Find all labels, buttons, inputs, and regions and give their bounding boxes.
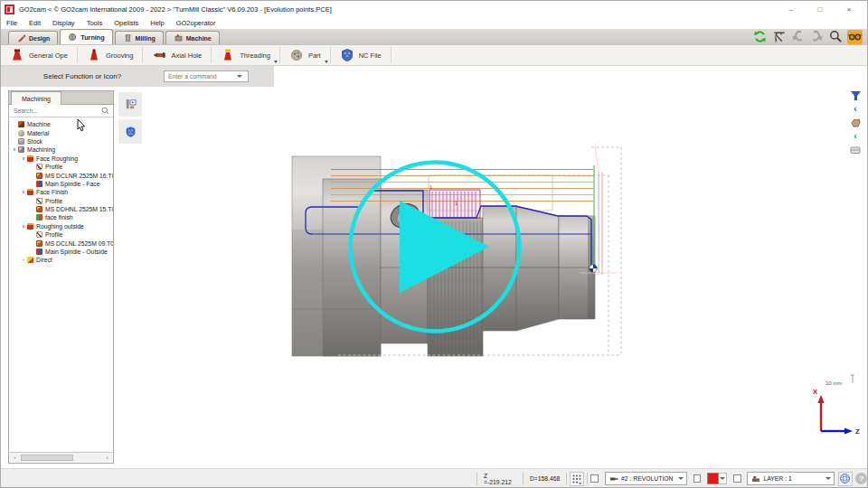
previous-blue-icon[interactable]: ‹ xyxy=(849,103,862,115)
tab-machine[interactable]: Machine xyxy=(165,31,220,44)
threading-menu-caret[interactable] xyxy=(274,61,278,63)
menu-item[interactable]: Help xyxy=(150,19,164,27)
tab-machining-panel[interactable]: Machining xyxy=(11,91,61,105)
ribbon-button-label: NC File xyxy=(359,52,382,60)
tree-item-icon xyxy=(27,223,33,230)
close-button[interactable]: × xyxy=(835,1,863,17)
zoom-icon[interactable] xyxy=(828,30,844,44)
tree-item[interactable]: ∨ Face Finish xyxy=(9,188,113,196)
command-input[interactable] xyxy=(165,71,237,81)
tree-item-icon xyxy=(36,173,42,179)
tree-chevron-icon[interactable]: ∨ xyxy=(20,155,27,163)
help-button[interactable]: ? xyxy=(855,473,867,484)
menu-item[interactable]: Display xyxy=(52,19,75,27)
chevron-down-icon[interactable] xyxy=(826,477,831,480)
part-button[interactable]: Part xyxy=(280,45,330,65)
window-title: GO2cam < © GO2cam International 2009 - 2… xyxy=(19,5,332,14)
layer-combobox[interactable]: LAYER : 1 xyxy=(747,472,835,485)
tree-search xyxy=(9,105,113,117)
tray-icon[interactable] xyxy=(849,144,862,155)
machine-icon xyxy=(174,33,184,42)
spindle-checkbox[interactable] xyxy=(590,474,599,483)
tree-item-label: face finish xyxy=(45,214,73,221)
tree-chevron-icon[interactable]: › xyxy=(20,256,27,264)
scroll-right-icon[interactable]: › xyxy=(102,453,112,462)
tree-item[interactable]: Profile xyxy=(9,163,113,171)
tree-item[interactable]: MS DCLNL 2525M 09.T00 xyxy=(9,239,113,247)
grid-icon xyxy=(571,474,582,484)
tab-label: Machine xyxy=(186,35,212,42)
refresh-icon[interactable] xyxy=(752,30,768,44)
minimize-button[interactable]: – xyxy=(777,1,806,17)
menu-item[interactable]: Opelists xyxy=(114,19,138,27)
layer-checkbox[interactable] xyxy=(733,474,741,483)
spindle-combobox[interactable]: #2 : REVOLUTION xyxy=(605,472,687,485)
tree-item[interactable]: › Direct xyxy=(9,256,113,264)
toolpath-point-label: 1 xyxy=(429,184,432,190)
axial-hole-button[interactable]: Axial Hole xyxy=(143,45,211,65)
color-checkbox[interactable] xyxy=(693,474,702,483)
caliper-measure-icon[interactable] xyxy=(771,30,787,44)
ribbon-button-label: Part xyxy=(308,52,321,60)
tab-turning[interactable]: Turning xyxy=(60,29,112,44)
tree-item-label: Roughing outside xyxy=(36,223,84,230)
panel-tab-header: Machining xyxy=(9,91,113,105)
chevron-down-icon[interactable] xyxy=(678,477,684,480)
maximize-button[interactable]: □ xyxy=(806,1,835,17)
command-combobox[interactable] xyxy=(164,70,249,82)
menu-item[interactable]: GO2operator xyxy=(176,19,216,27)
tree-item[interactable]: ∨ Roughing outside xyxy=(9,222,113,230)
tree-item[interactable]: MS DCLNR 2525M 16.T00 xyxy=(9,171,113,179)
simulation-button[interactable] xyxy=(118,92,142,117)
tree-chevron-icon[interactable]: ∨ xyxy=(20,222,27,230)
tree-horizontal-scrollbar[interactable]: ‹ › xyxy=(10,452,112,462)
touch-hand-icon[interactable] xyxy=(849,117,862,128)
tree-item[interactable]: Material xyxy=(9,128,113,136)
current-color-swatch[interactable] xyxy=(707,473,719,484)
mouse-cursor xyxy=(77,119,86,132)
simulation-icon xyxy=(124,98,137,111)
machining-panel: Machining Machine Material Stock xyxy=(8,90,114,464)
part-menu-caret[interactable] xyxy=(325,61,328,63)
tab-milling[interactable]: Milling xyxy=(115,31,164,44)
undo-icon[interactable] xyxy=(790,30,806,44)
nc-shield-button[interactable] xyxy=(118,119,142,144)
grooving-button[interactable]: Grooving xyxy=(78,45,142,65)
tab-design[interactable]: Design xyxy=(8,31,58,44)
grid-snap-button[interactable] xyxy=(570,472,584,486)
chevron-down-icon[interactable] xyxy=(237,75,242,78)
tree-item[interactable]: Machine xyxy=(9,120,113,128)
tree-chevron-icon[interactable]: ∨ xyxy=(20,188,27,196)
tree-item[interactable]: ∨ Face Roughing xyxy=(9,155,113,163)
general-ope-button[interactable]: General Ope xyxy=(1,45,77,65)
menu-item[interactable]: File xyxy=(6,19,17,27)
redo-icon[interactable] xyxy=(809,30,825,44)
nc-file-button[interactable]: NC File xyxy=(331,45,391,65)
scrollbar-thumb[interactable] xyxy=(21,455,73,461)
tree-item[interactable]: Profile xyxy=(9,197,113,205)
command-prompt-label: Select Function or Icon? xyxy=(1,72,164,80)
menu-item[interactable]: Edit xyxy=(29,19,41,27)
view-glasses-icon[interactable] xyxy=(847,30,863,44)
previous-green-icon[interactable]: ‹ xyxy=(849,130,862,142)
tree-item[interactable]: ∨ Machining xyxy=(9,145,113,154)
view-sphere-button[interactable] xyxy=(838,472,853,486)
tree-item[interactable]: MS DDHNL 2525M 15.T00 xyxy=(9,205,113,213)
search-input[interactable] xyxy=(9,108,101,114)
ribbon-separator xyxy=(391,47,392,63)
tree-item[interactable]: Profile xyxy=(9,230,113,239)
tree-item[interactable]: Main Spindle - Face xyxy=(9,180,113,188)
tree-item[interactable]: Main Spindle - Outside xyxy=(9,248,113,256)
color-menu-caret[interactable] xyxy=(719,473,727,484)
menu-item[interactable]: Tools xyxy=(87,19,103,27)
tree-item[interactable]: face finish xyxy=(9,213,113,221)
filter-icon[interactable] xyxy=(849,89,862,101)
tree-item[interactable]: Stock xyxy=(9,137,113,145)
viewport-3d[interactable]: 1 1 xyxy=(115,87,845,468)
scroll-left-icon[interactable]: ‹ xyxy=(10,453,20,462)
module-tab-strip: Design Turning Milling Machine xyxy=(1,29,867,44)
threading-button[interactable]: Threading xyxy=(212,45,279,65)
tree-chevron-icon[interactable]: ∨ xyxy=(11,145,18,154)
axis-x-label: X xyxy=(813,388,817,396)
tree-item-label: Machine xyxy=(27,121,51,127)
